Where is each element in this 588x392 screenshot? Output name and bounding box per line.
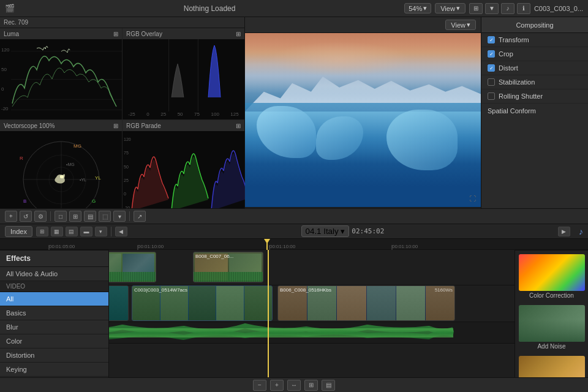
- stabilization-label: Stabilization: [499, 78, 535, 86]
- info-icon-btn[interactable]: ℹ: [517, 3, 530, 14]
- distort-checkbox[interactable]: [488, 64, 495, 72]
- inspector-distort[interactable]: Distort: [481, 61, 588, 75]
- timeline-ruler: 00:01:05:00 00:01:10:00 00:01:10:00 00:0…: [0, 239, 588, 250]
- stabilization-checkbox[interactable]: [488, 78, 495, 86]
- tool-b3[interactable]: ▤: [84, 211, 96, 222]
- duration-timecode: 02:45:02: [352, 227, 384, 235]
- rgb-parade-settings-icon[interactable]: ⊞: [236, 123, 241, 129]
- tool-ripple[interactable]: ⚙: [34, 211, 47, 222]
- ruler-playhead: [266, 239, 268, 250]
- chapter-button[interactable]: 04.1 Italy ▾: [301, 225, 350, 237]
- luma-grid: [0, 39, 122, 119]
- preview-view-button[interactable]: View ▾: [445, 20, 476, 30]
- tool-arrow[interactable]: ↺: [20, 211, 32, 222]
- effects-color[interactable]: Color: [0, 334, 108, 349]
- chapter-info: 04.1 Italy ▾ 02:45:02: [301, 225, 385, 237]
- effects-all-video-audio[interactable]: All Video & Audio: [0, 267, 108, 281]
- effects-light[interactable]: Light: [0, 377, 108, 377]
- rgb-overlay-body: -250255075100125: [123, 39, 244, 119]
- timeline-icon-btn[interactable]: ▤: [322, 380, 335, 391]
- preview-column: View ▾ ⛶: [245, 17, 481, 225]
- tool-b2[interactable]: ⊞: [69, 211, 81, 222]
- effects-basics[interactable]: Basics: [0, 306, 108, 320]
- inspector-transform[interactable]: Transform: [481, 33, 588, 47]
- effect-add-noise[interactable]: Add Noise: [519, 305, 584, 352]
- nav-icons: ⊞ ▦ ▤ ▬ ▾: [36, 227, 107, 236]
- audio-icon-btn[interactable]: ♪: [501, 3, 514, 14]
- tool-b4[interactable]: ⬚: [99, 211, 111, 222]
- spatial-conform-btn[interactable]: Spatial Conform: [481, 104, 588, 118]
- tool-b1[interactable]: □: [55, 211, 67, 222]
- aged-paper-thumb: [519, 356, 585, 377]
- rec709-label: Rec. 709: [4, 19, 28, 26]
- grid-btn[interactable]: ⊞: [304, 380, 318, 391]
- effect-aged-paper[interactable]: Aged Paper: [519, 356, 584, 377]
- nothing-loaded-title: Nothing Loaded: [184, 4, 236, 13]
- luma-header: Luma ⊞: [0, 28, 122, 39]
- nav-icon-2[interactable]: ▦: [51, 227, 63, 236]
- add-noise-label: Add Noise: [519, 342, 584, 352]
- rgb-parade-header: RGB Parade ⊞: [123, 120, 244, 131]
- clip-b008-c007[interactable]: B008_C007_06...: [193, 252, 263, 282]
- rolling-shutter-checkbox[interactable]: [488, 92, 495, 100]
- luma-settings-icon[interactable]: ⊞: [113, 31, 118, 37]
- blue-channel: [211, 151, 248, 211]
- tool-cursor[interactable]: ↗: [134, 211, 146, 222]
- inspector-stabilization[interactable]: Stabilization: [481, 75, 588, 89]
- luma-body: 120500-20: [0, 39, 122, 119]
- effect-color-correction[interactable]: Color Correction: [519, 254, 584, 301]
- triangle-icon-btn[interactable]: ▼: [485, 3, 499, 14]
- green-channel: [172, 154, 208, 211]
- red-channel: [132, 157, 168, 211]
- top-bar-left: 🎬: [5, 4, 15, 13]
- nav-prev[interactable]: ◀: [115, 227, 127, 236]
- nav-icon-5[interactable]: ▾: [95, 227, 107, 236]
- clip-label-2: B008_C007_06...: [195, 254, 233, 259]
- clip-playhead-marker: [272, 301, 273, 306]
- fullscreen-btn[interactable]: ⛶: [469, 195, 476, 202]
- scopes-panel: Rec. 709 Luma ⊞ 120500-20: [0, 17, 245, 225]
- inspector-rolling-shutter[interactable]: Rolling Shutter: [481, 89, 588, 104]
- nav-divider: [111, 227, 111, 236]
- bottom-toolbar: − + ↔ ⊞ ▤: [0, 377, 588, 392]
- transform-checkbox[interactable]: [488, 36, 495, 43]
- view-button[interactable]: View ▾: [435, 3, 466, 13]
- add-noise-thumb: [519, 305, 585, 342]
- effects-video-header: VIDEO: [0, 281, 108, 292]
- nav-next[interactable]: ▶: [558, 227, 570, 236]
- color-correction-label: Color Correction: [519, 291, 584, 301]
- effects-all[interactable]: All: [0, 292, 108, 306]
- nav-icon-3[interactable]: ▤: [66, 227, 78, 236]
- nav-icon-4[interactable]: ▬: [80, 227, 92, 236]
- nav-icon-1[interactable]: ⊞: [36, 227, 48, 236]
- rgb-overlay-settings-icon[interactable]: ⊞: [236, 31, 241, 37]
- top-bar-right: 54% ▾ View ▾ ⊞ ▼ ♪ ℹ C003_C003_0...: [404, 3, 583, 14]
- ruler-ticks: [0, 239, 588, 250]
- timeline-toolbar: ⌖ ↺ ⚙ □ ⊞ ▤ ⬚ ▾ ↗: [0, 208, 588, 224]
- zoom-in-btn[interactable]: +: [270, 380, 284, 391]
- crop-checkbox[interactable]: [488, 50, 495, 58]
- distort-label: Distort: [499, 64, 518, 72]
- clip-name: C003_C003_0...: [534, 5, 583, 12]
- zoom-out-btn[interactable]: −: [253, 380, 266, 391]
- effects-distortion[interactable]: Distortion: [0, 349, 108, 363]
- effects-blur[interactable]: Blur: [0, 320, 108, 334]
- preview-header: View ▾: [245, 17, 481, 33]
- index-button[interactable]: Index: [5, 226, 32, 237]
- clip-c003[interactable]: C003|C003_0514W7acs: [132, 285, 273, 321]
- rgb-overlay-scope: RGB Overlay ⊞ -250255075100125: [123, 28, 244, 120]
- vectorscope-settings-icon[interactable]: ⊞: [113, 123, 118, 129]
- glacier-background: [245, 33, 481, 207]
- effects-keying[interactable]: Keying: [0, 363, 108, 377]
- tool-b5[interactable]: ▾: [113, 211, 126, 222]
- tool-blade[interactable]: ⌖: [5, 211, 17, 222]
- inspector-crop[interactable]: Crop: [481, 47, 588, 61]
- preview-video: ⛶: [245, 33, 481, 207]
- fit-btn[interactable]: ↔: [287, 380, 301, 391]
- top-icons: ⊞ ▼ ♪ ℹ: [469, 3, 530, 14]
- clip-b006-c008[interactable]: B006_C008_0516HKbs 5160Ws: [277, 285, 455, 321]
- clip-c003-label: C003|C003_0514W7acs: [134, 287, 187, 293]
- parade-svg: [129, 131, 251, 216]
- scope-icon-btn[interactable]: ⊞: [469, 3, 483, 14]
- zoom-button[interactable]: 54% ▾: [404, 3, 431, 13]
